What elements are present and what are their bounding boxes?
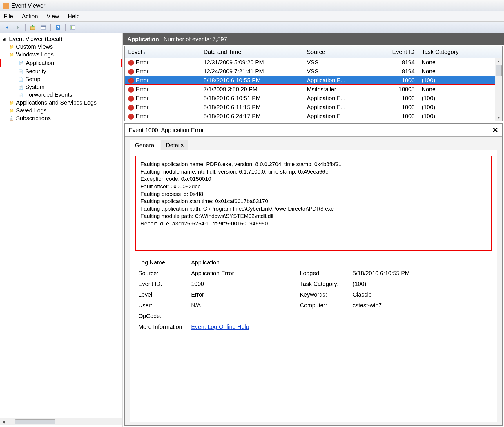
error-icon: !: [128, 60, 134, 66]
val-level: Error: [189, 290, 297, 300]
folder-icon: 📁: [8, 108, 14, 114]
log-icon: 📄: [18, 92, 23, 98]
titlebar[interactable]: Event Viewer: [0, 0, 504, 11]
val-logname: Application: [189, 258, 297, 268]
menu-help[interactable]: Help: [68, 13, 80, 20]
error-icon: !: [128, 87, 134, 93]
table-row[interactable]: !Error12/31/2009 5:09:20 PMVSS8194None: [125, 58, 502, 67]
error-icon: !: [128, 78, 134, 84]
window-title: Event Viewer: [11, 2, 45, 9]
more-info-link[interactable]: Event Log Online Help: [191, 324, 249, 330]
tree-custom-views[interactable]: 📁Custom Views: [0, 43, 122, 51]
lbl-moreinfo: More Information:: [136, 322, 188, 332]
table-row[interactable]: !Error5/18/2010 6:10:55 PMApplication E.…: [125, 76, 502, 85]
toolbar: ?: [0, 22, 504, 33]
col-source[interactable]: Source: [303, 46, 380, 58]
tree-security[interactable]: 📄Security: [0, 67, 122, 75]
event-detail-pane: Event 1000, Application Error ✕ General …: [124, 123, 503, 426]
tree-horizontal-scrollbar[interactable]: ◀: [0, 418, 122, 425]
val-logged: 5/18/2010 6:10:55 PM: [350, 268, 491, 278]
scroll-left-icon[interactable]: ◀: [0, 419, 6, 425]
help-button[interactable]: ?: [54, 23, 62, 32]
table-row[interactable]: !Error12/24/2009 7:21:41 PMVSS8194None: [125, 67, 502, 76]
table-row[interactable]: !Error7/1/2009 3:50:29 PMMsiInstaller100…: [125, 85, 502, 94]
events-grid: Level ▴ Date and Time Source Event ID Ta…: [124, 46, 503, 121]
col-eventid[interactable]: Event ID: [380, 46, 418, 58]
tree-root[interactable]: 🖥Event Viewer (Local): [0, 35, 122, 43]
log-icon: 📄: [18, 84, 23, 90]
tab-general-body: Faulting application name: PDR8.exe, ver…: [130, 150, 497, 422]
detail-title: Event 1000, Application Error: [129, 127, 204, 134]
lbl-source: Source:: [136, 268, 188, 278]
menu-file[interactable]: File: [4, 13, 13, 20]
back-button[interactable]: [3, 23, 12, 32]
tree-saved-logs[interactable]: 📁Saved Logs: [0, 107, 122, 114]
val-user: N/A: [189, 300, 297, 311]
grid-title: Application: [127, 36, 159, 43]
lbl-computer: Computer:: [298, 300, 350, 311]
tree-forwarded[interactable]: 📄Forwarded Events: [0, 91, 122, 99]
log-icon: 📄: [18, 69, 23, 74]
val-computer: cstest-win7: [350, 300, 491, 311]
svg-rect-0: [30, 27, 35, 30]
folder-icon: 📁: [8, 44, 14, 50]
lbl-task: Task Category:: [298, 279, 350, 289]
tab-general[interactable]: General: [130, 140, 160, 150]
tree-system[interactable]: 📄System: [0, 83, 122, 91]
tree-application[interactable]: 📄Application: [0, 59, 122, 67]
forward-button[interactable]: [14, 23, 22, 32]
view-props-button[interactable]: [39, 23, 48, 32]
subscriptions-icon: 📋: [8, 116, 14, 121]
window-controls[interactable]: [467, 2, 501, 10]
action-pane-button[interactable]: [68, 23, 77, 32]
lbl-level: Level:: [136, 290, 188, 300]
scrollbar-thumb[interactable]: [496, 65, 502, 76]
grid-vertical-scrollbar[interactable]: ▴ ▾: [495, 58, 502, 121]
lbl-logname: Log Name:: [136, 258, 188, 268]
table-row[interactable]: !Error5/18/2010 6:24:17 PMApplication E1…: [125, 112, 502, 121]
menu-action[interactable]: Action: [22, 13, 38, 20]
detail-header: Event 1000, Application Error ✕: [125, 124, 502, 137]
col-date[interactable]: Date and Time: [200, 46, 303, 58]
val-keywords: Classic: [350, 290, 491, 300]
grid-column-headers[interactable]: Level ▴ Date and Time Source Event ID Ta…: [125, 46, 502, 58]
folder-icon: 📁: [8, 52, 14, 58]
table-row[interactable]: !Error5/18/2010 6:11:15 PMApplication E.…: [125, 103, 502, 112]
grid-body[interactable]: !Error12/31/2009 5:09:20 PMVSS8194None!E…: [125, 58, 502, 121]
menubar: File Action View Help: [0, 11, 504, 22]
scrollbar-thumb[interactable]: [15, 419, 55, 424]
svg-rect-2: [41, 26, 46, 27]
tree-apps-services[interactable]: 📁Applications and Services Logs: [0, 99, 122, 107]
log-icon: 📄: [18, 76, 23, 82]
scroll-up-icon[interactable]: ▴: [495, 58, 502, 64]
lbl-keywords: Keywords:: [298, 290, 350, 300]
app-icon: [3, 3, 9, 9]
event-viewer-window: Event Viewer File Action View Help ? 🖥Ev…: [0, 0, 504, 427]
val-opcode: [189, 311, 297, 321]
computer-icon: 🖥: [1, 36, 7, 42]
navigation-tree[interactable]: 🖥Event Viewer (Local) 📁Custom Views 📁Win…: [0, 33, 122, 427]
col-level[interactable]: Level ▴: [125, 46, 200, 58]
table-row[interactable]: !Error5/18/2010 6:10:51 PMApplication E.…: [125, 94, 502, 103]
menu-view[interactable]: View: [47, 13, 59, 20]
error-icon: !: [128, 69, 134, 75]
folder-up-button[interactable]: [28, 23, 37, 32]
lbl-eventid: Event ID:: [136, 279, 188, 289]
lbl-user: User:: [136, 300, 188, 311]
scroll-down-icon[interactable]: ▾: [495, 114, 502, 121]
grid-count: Number of events: 7,597: [164, 36, 227, 43]
svg-text:?: ?: [57, 25, 59, 30]
val-task: (100): [350, 279, 491, 289]
tab-details[interactable]: Details: [161, 140, 188, 150]
tree-setup[interactable]: 📄Setup: [0, 75, 122, 83]
lbl-opcode: OpCode:: [136, 311, 188, 321]
sort-asc-icon: ▴: [144, 51, 145, 55]
tree-subscriptions[interactable]: 📋Subscriptions: [0, 114, 122, 122]
tree-windows-logs[interactable]: 📁Windows Logs: [0, 51, 122, 59]
folder-icon: 📁: [8, 100, 14, 106]
close-icon[interactable]: ✕: [492, 126, 498, 134]
event-message: Faulting application name: PDR8.exe, ver…: [135, 156, 492, 251]
col-task[interactable]: Task Category: [418, 46, 470, 58]
svg-rect-6: [71, 26, 72, 29]
grid-header-bar: Application Number of events: 7,597: [123, 33, 504, 45]
